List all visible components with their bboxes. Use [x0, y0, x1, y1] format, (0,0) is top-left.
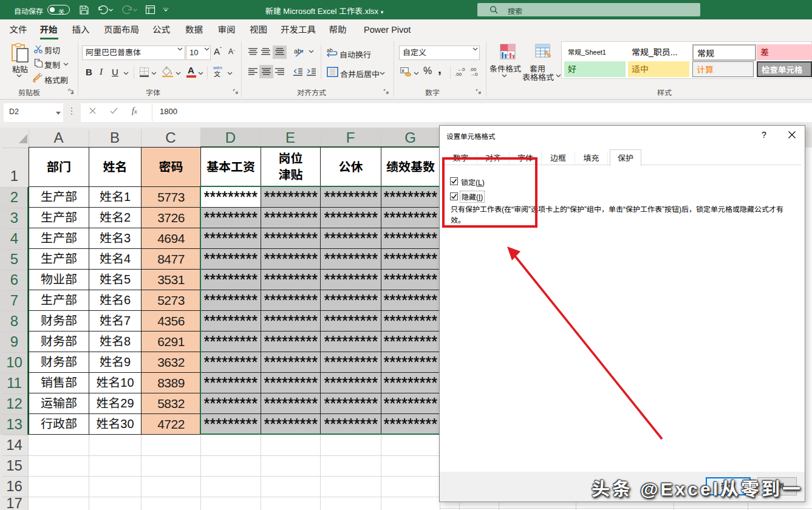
- svg-text:ab: ab: [327, 47, 333, 53]
- svg-text:→0: →0: [470, 72, 478, 77]
- svg-text:.00: .00: [455, 72, 462, 77]
- svg-text:ab: ab: [294, 47, 301, 55]
